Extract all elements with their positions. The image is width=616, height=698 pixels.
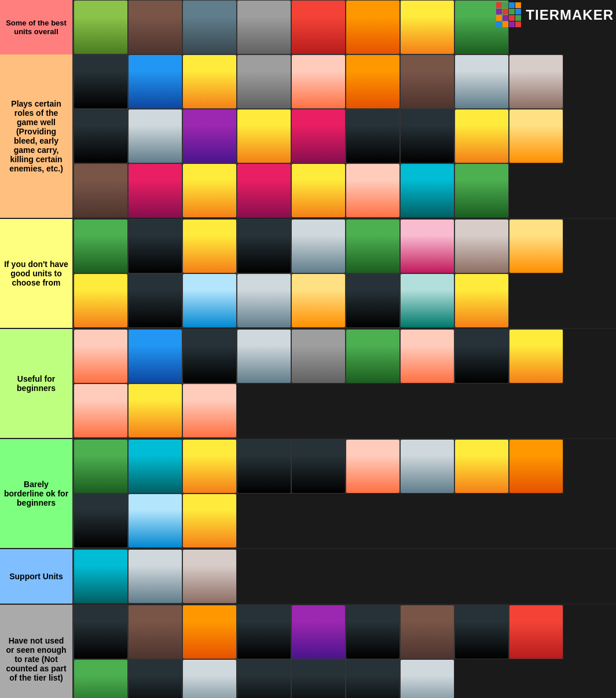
unit-cell[interactable] [346, 659, 400, 698]
unit-cell[interactable] [74, 109, 128, 163]
unit-cell[interactable] [128, 494, 182, 548]
unit-cell[interactable] [74, 494, 128, 548]
unrated-tier-content [72, 605, 616, 698]
unit-cell[interactable] [237, 659, 291, 698]
unit-cell[interactable] [237, 219, 291, 273]
unit-cell[interactable] [346, 273, 400, 328]
unit-cell[interactable] [74, 329, 128, 383]
unit-cell[interactable] [182, 0, 237, 54]
unit-cell[interactable] [128, 383, 182, 438]
unit-cell[interactable] [291, 659, 346, 698]
unit-cell[interactable] [128, 0, 182, 54]
unit-cell[interactable] [291, 163, 346, 218]
unit-cell[interactable] [182, 494, 237, 548]
unit-cell[interactable] [400, 659, 454, 698]
unit-cell[interactable] [74, 219, 128, 273]
unit-cell[interactable] [74, 54, 128, 109]
s-tier-row: Some of the best units overall [0, 0, 616, 54]
unit-cell[interactable] [400, 273, 454, 328]
unit-cell[interactable] [509, 605, 563, 659]
unit-cell[interactable] [128, 163, 182, 218]
unit-cell[interactable] [182, 605, 237, 659]
unit-cell[interactable] [291, 329, 346, 383]
d-tier-row: Barely borderline ok for beginners [0, 439, 616, 549]
unit-cell[interactable] [128, 273, 182, 328]
unit-cell[interactable] [128, 219, 182, 273]
unit-cell[interactable] [128, 329, 182, 383]
unit-cell[interactable] [74, 439, 128, 494]
unit-cell[interactable] [454, 439, 509, 494]
unit-cell[interactable] [128, 109, 182, 163]
unit-cell[interactable] [509, 54, 563, 109]
unit-cell[interactable] [128, 54, 182, 109]
unit-cell[interactable] [509, 329, 563, 383]
unit-cell[interactable] [182, 439, 237, 494]
unit-cell[interactable] [400, 163, 454, 218]
unit-cell[interactable] [237, 109, 291, 163]
unit-cell[interactable] [182, 549, 237, 604]
unit-cell[interactable] [454, 163, 509, 218]
unit-cell[interactable] [291, 109, 346, 163]
unit-cell[interactable] [182, 273, 237, 328]
unit-cell[interactable] [346, 329, 400, 383]
unit-cell[interactable] [346, 605, 400, 659]
unit-cell[interactable] [291, 0, 346, 54]
unit-cell[interactable] [182, 163, 237, 218]
unit-cell[interactable] [346, 0, 400, 54]
unit-cell[interactable] [291, 439, 346, 494]
unit-cell[interactable] [400, 0, 454, 54]
unit-cell[interactable] [400, 219, 454, 273]
unit-cell[interactable] [509, 109, 563, 163]
unit-cell[interactable] [291, 605, 346, 659]
unit-cell[interactable] [74, 163, 128, 218]
unit-cell[interactable] [291, 273, 346, 328]
unit-cell[interactable] [182, 329, 237, 383]
unit-cell[interactable] [346, 163, 400, 218]
unit-cell[interactable] [182, 383, 237, 438]
unit-cell[interactable] [454, 329, 509, 383]
unit-cell[interactable] [74, 0, 128, 54]
support-tier-content [72, 549, 616, 604]
unit-cell[interactable] [346, 439, 400, 494]
unit-cell[interactable] [182, 54, 237, 109]
unit-cell[interactable] [182, 109, 237, 163]
unit-cell[interactable] [291, 219, 346, 273]
tiermaker-logo: TIERMAKER [496, 2, 614, 27]
unit-cell[interactable] [128, 605, 182, 659]
unit-cell[interactable] [237, 163, 291, 218]
unit-cell[interactable] [400, 329, 454, 383]
unit-cell[interactable] [454, 605, 509, 659]
unit-cell[interactable] [74, 659, 128, 698]
unit-cell[interactable] [237, 0, 291, 54]
s-tier-label: Some of the best units overall [0, 0, 72, 54]
unit-cell[interactable] [400, 109, 454, 163]
unit-cell[interactable] [346, 109, 400, 163]
unit-cell[interactable] [74, 605, 128, 659]
unit-cell[interactable] [74, 383, 128, 438]
unit-cell[interactable] [454, 273, 509, 328]
unit-cell[interactable] [74, 549, 128, 604]
unit-cell[interactable] [454, 109, 509, 163]
unit-cell[interactable] [182, 219, 237, 273]
unit-cell[interactable] [509, 219, 563, 273]
unit-cell[interactable] [400, 439, 454, 494]
unit-cell[interactable] [237, 54, 291, 109]
unit-cell[interactable] [291, 54, 346, 109]
unit-cell[interactable] [237, 439, 291, 494]
unit-cell[interactable] [74, 273, 128, 328]
unit-cell[interactable] [346, 219, 400, 273]
unit-cell[interactable] [128, 549, 182, 604]
unit-cell[interactable] [237, 329, 291, 383]
c-tier-label: Useful for beginners [0, 329, 72, 438]
unit-cell[interactable] [237, 605, 291, 659]
unit-cell[interactable] [400, 605, 454, 659]
unit-cell[interactable] [346, 54, 400, 109]
unit-cell[interactable] [182, 659, 237, 698]
unit-cell[interactable] [237, 273, 291, 328]
unit-cell[interactable] [454, 219, 509, 273]
unit-cell[interactable] [454, 54, 509, 109]
unit-cell[interactable] [128, 439, 182, 494]
unit-cell[interactable] [400, 54, 454, 109]
unit-cell[interactable] [128, 659, 182, 698]
unit-cell[interactable] [509, 439, 563, 494]
